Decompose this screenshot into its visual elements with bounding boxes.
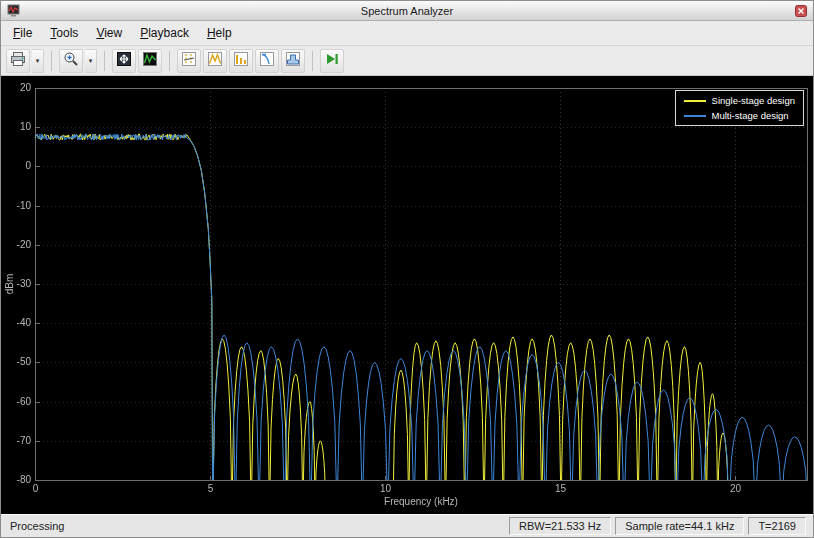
spectrum-chart[interactable] [1,76,813,514]
step-forward-icon [324,51,340,71]
spectral-mask-button[interactable] [281,49,305,73]
zoom-dropdown[interactable]: ▾ [85,49,97,73]
toolbar-separator [169,51,170,71]
legend-label-multi-stage: Multi-stage design [712,110,789,121]
toolbar-separator [312,51,313,71]
cursor-measurements-icon [181,51,197,71]
fit-to-view-button[interactable] [112,49,136,73]
fit-to-view-icon [116,51,132,71]
title-bar[interactable]: Spectrum Analyzer [1,1,813,21]
spectrum-settings-button[interactable] [138,49,162,73]
status-message: Processing [4,520,509,532]
status-rbw: RBW=21.533 Hz [509,517,611,535]
spectral-mask-icon [285,51,301,71]
spectrum-settings-icon [142,51,158,71]
menu-tools[interactable]: Tools [41,21,87,45]
peak-finder-icon [207,51,223,71]
ccdf-measurements-button[interactable] [255,49,279,73]
toolbar-separator [104,51,105,71]
ccdf-measurements-icon [259,51,275,71]
window-title: Spectrum Analyzer [1,5,813,17]
legend-line-single-stage [684,100,706,102]
status-time: T=2169 [748,517,806,535]
step-forward-button[interactable] [320,49,344,73]
toolbar: ▾ ▾ [1,46,813,76]
spectrum-analyzer-window: Spectrum Analyzer File Tools View Playba… [0,0,814,538]
distortion-measurements-button[interactable] [229,49,253,73]
legend-label-single-stage: Single-stage design [712,95,795,106]
legend-line-multi-stage [684,115,706,117]
print-export-button[interactable] [6,49,30,73]
legend[interactable]: Single-stage design Multi-stage design [675,90,804,126]
print-export-dropdown[interactable]: ▾ [32,49,44,73]
zoom-in-icon [63,51,79,71]
distortion-measurements-icon [233,51,249,71]
status-sample-rate: Sample rate=44.1 kHz [615,517,744,535]
plot-panel: Single-stage design Multi-stage design [1,76,813,514]
legend-item-multi-stage[interactable]: Multi-stage design [684,110,795,121]
menu-bar: File Tools View Playback Help [1,21,813,46]
legend-item-single-stage[interactable]: Single-stage design [684,95,795,106]
status-bar: Processing RBW=21.533 Hz Sample rate=44.… [1,514,813,537]
app-icon [6,4,20,18]
close-button[interactable] [794,4,808,18]
toolbar-separator [51,51,52,71]
menu-help[interactable]: Help [198,21,241,45]
printer-icon [10,51,26,71]
zoom-button[interactable] [59,49,83,73]
peak-finder-button[interactable] [203,49,227,73]
cursor-measurements-button[interactable] [177,49,201,73]
menu-view[interactable]: View [87,21,131,45]
menu-file[interactable]: File [4,21,41,45]
menu-playback[interactable]: Playback [131,21,198,45]
